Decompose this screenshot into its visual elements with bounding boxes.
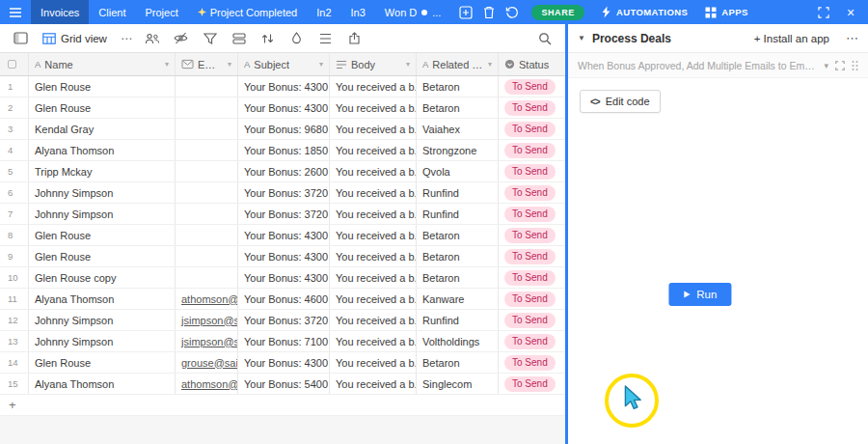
expand-button[interactable] [812,0,835,24]
cell-email[interactable] [176,161,238,181]
color-button[interactable] [285,27,310,50]
cell-body[interactable]: You received a b... [330,182,417,203]
group-button[interactable] [227,27,252,50]
cell-email[interactable] [176,76,238,97]
apps-button[interactable]: APPS [705,7,747,18]
cell-body[interactable]: You received a b... [330,76,417,97]
row-number[interactable]: 10 [0,267,29,288]
cell-body[interactable]: You received a b... [330,267,417,288]
cell-name[interactable]: Alyana Thomson [29,374,176,394]
collaborators-button[interactable] [140,27,165,50]
select-all-checkbox[interactable] [0,53,29,75]
search-button[interactable] [532,27,557,50]
cell-related[interactable]: Betaron [417,352,499,373]
cell-status[interactable]: To Send [499,267,565,288]
cell-name[interactable]: Alyana Thomson [29,140,176,160]
cell-status[interactable]: To Send [499,97,565,118]
cell-body[interactable]: You received a b... [330,140,417,160]
column-header-related[interactable]: ARelated C...▾ [417,53,499,75]
cell-email[interactable] [176,225,238,245]
filter-button[interactable] [198,27,223,50]
sidebar-toggle-button[interactable] [8,27,33,50]
fullscreen-icon[interactable] [835,61,845,70]
tab-project[interactable]: Project [135,0,187,24]
collapse-caret-icon[interactable]: ▼ [578,34,585,42]
hide-fields-button[interactable] [169,27,194,50]
cell-subject[interactable]: Your Bonus: 4600 [238,289,330,309]
row-number[interactable]: 2 [0,97,29,118]
cell-subject[interactable]: Your Bonus: 1850 [238,140,330,160]
cell-subject[interactable]: Your Bonus: 3720 [238,310,330,330]
cell-name[interactable]: Glen Rouse [29,352,176,373]
cell-subject[interactable]: Your Bonus: 4300 [238,76,330,97]
cell-email[interactable] [176,182,238,203]
cell-related[interactable]: Runfind [417,310,499,330]
cell-body[interactable]: You received a b... [330,246,417,266]
cell-subject[interactable]: Your Bonus: 4300 [238,246,330,266]
cell-subject[interactable]: Your Bonus: 7100 [238,331,330,351]
cell-name[interactable]: Glen Rouse [29,76,176,97]
row-number[interactable]: 9 [0,246,29,266]
history-button[interactable] [501,0,524,24]
tab-client[interactable]: Client [89,0,135,24]
cell-email[interactable]: jsimpson@sailc... [176,331,238,351]
cell-subject[interactable]: Your Bonus: 4300 [238,225,330,245]
run-button[interactable]: Run [668,283,731,306]
trash-button[interactable] [477,0,501,24]
cell-name[interactable]: Glen Rouse copy [29,267,176,288]
cell-email[interactable]: athomson@sail... [176,374,238,394]
row-number[interactable]: 13 [0,331,29,351]
column-menu-icon[interactable]: ▾ [165,60,169,69]
cell-status[interactable]: To Send [499,76,565,97]
column-header-email[interactable]: Email▾ [176,53,238,75]
cell-subject[interactable]: Your Bonus: 3720 [238,204,330,224]
cell-subject[interactable]: Your Bonus: 2600 [238,161,330,181]
column-menu-icon[interactable]: ▾ [319,60,323,69]
row-number[interactable]: 11 [0,289,29,309]
column-menu-icon[interactable]: ▾ [228,60,231,69]
cell-name[interactable]: Johnny Simpson [29,182,176,203]
cell-status[interactable]: To Send [499,119,565,139]
tab-in3[interactable]: In3 [341,0,375,24]
cell-status[interactable]: To Send [499,204,565,224]
row-height-button[interactable] [313,27,339,50]
app-dropdown-icon[interactable]: ▾ [824,61,828,70]
cell-related[interactable]: Vaiahex [417,119,499,139]
column-header-name[interactable]: AName▾ [29,53,176,75]
cell-related[interactable]: Singlecom [417,374,499,394]
cell-name[interactable]: Johnny Simpson [29,331,176,351]
tab-in2[interactable]: In2 [307,0,340,24]
column-menu-icon[interactable]: ▾ [488,60,492,69]
cell-related[interactable]: Kanware [417,289,499,309]
row-number[interactable]: 14 [0,352,29,373]
drag-handle-icon[interactable] [852,60,858,71]
cell-email[interactable] [176,246,238,266]
row-number[interactable]: 3 [0,119,29,139]
cell-status[interactable]: To Send [499,352,565,373]
cell-email[interactable] [176,140,238,160]
cell-email[interactable]: athomson@sail... [176,289,238,309]
cell-name[interactable]: Johnny Simpson [29,204,176,224]
cell-subject[interactable]: Your Bonus: 9680 [238,119,330,139]
cell-related[interactable]: Betaron [417,246,499,266]
cell-name[interactable]: Glen Rouse [29,97,176,118]
cell-subject[interactable]: Your Bonus: 5400 [238,374,330,394]
cell-name[interactable]: Alyana Thomson [29,289,176,309]
row-number[interactable]: 15 [0,374,29,394]
view-menu-button[interactable]: ⋯ [117,27,136,50]
menu-button[interactable] [0,0,31,24]
cell-status[interactable]: To Send [499,374,565,394]
cell-email[interactable] [176,119,238,139]
row-number[interactable]: 8 [0,225,29,245]
cell-related[interactable]: Betaron [417,225,499,245]
cell-subject[interactable]: Your Bonus: 4300 [238,352,330,373]
row-number[interactable]: 7 [0,204,29,224]
row-number[interactable]: 6 [0,182,29,203]
automations-button[interactable]: AUTOMATIONS [601,6,688,18]
cell-status[interactable]: To Send [499,246,565,266]
sort-button[interactable] [256,27,281,50]
cell-status[interactable]: To Send [499,331,565,351]
cell-email[interactable]: grouse@sailcor... [176,352,238,373]
column-menu-icon[interactable]: ▾ [406,60,410,69]
tab-invoices[interactable]: Invoices [31,0,89,24]
